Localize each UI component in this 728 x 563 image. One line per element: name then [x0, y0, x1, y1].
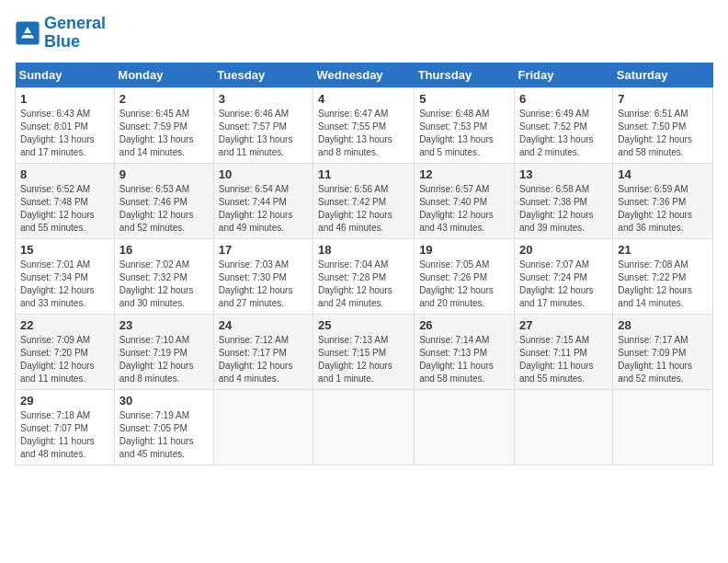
day-cell: 8Sunrise: 6:52 AMSunset: 7:48 PMDaylight… [16, 163, 115, 238]
day-cell [415, 389, 515, 465]
col-header-saturday: Saturday [613, 63, 713, 88]
day-info: Sunrise: 7:01 AMSunset: 7:34 PMDaylight:… [20, 259, 109, 310]
week-row-4: 22Sunrise: 7:09 AMSunset: 7:20 PMDayligh… [16, 314, 713, 389]
day-number: 24 [219, 318, 308, 332]
day-cell: 19Sunrise: 7:05 AMSunset: 7:26 PMDayligh… [415, 238, 515, 314]
day-cell [613, 389, 713, 465]
logo-text: General Blue [44, 15, 106, 52]
day-info: Sunrise: 7:05 AMSunset: 7:26 PMDaylight:… [419, 259, 509, 310]
day-number: 26 [419, 318, 509, 332]
day-info: Sunrise: 7:02 AMSunset: 7:32 PMDaylight:… [119, 259, 209, 310]
day-info: Sunrise: 7:07 AMSunset: 7:24 PMDaylight:… [519, 259, 608, 310]
day-cell: 10Sunrise: 6:54 AMSunset: 7:44 PMDayligh… [213, 163, 313, 238]
week-row-1: 1Sunrise: 6:43 AMSunset: 8:01 PMDaylight… [16, 87, 713, 163]
day-number: 11 [318, 167, 409, 181]
day-number: 7 [618, 92, 708, 106]
day-cell: 18Sunrise: 7:04 AMSunset: 7:28 PMDayligh… [313, 238, 415, 314]
day-info: Sunrise: 7:04 AMSunset: 7:28 PMDaylight:… [318, 259, 409, 310]
day-cell: 24Sunrise: 7:12 AMSunset: 7:17 PMDayligh… [213, 314, 313, 389]
logo-icon [15, 20, 40, 46]
page-header: General Blue [15, 15, 713, 52]
day-number: 14 [618, 167, 708, 181]
day-number: 13 [519, 167, 608, 181]
day-number: 12 [419, 167, 509, 181]
day-cell: 16Sunrise: 7:02 AMSunset: 7:32 PMDayligh… [114, 238, 213, 314]
day-number: 20 [519, 243, 608, 257]
day-info: Sunrise: 6:51 AMSunset: 7:50 PMDaylight:… [618, 108, 708, 159]
day-info: Sunrise: 7:19 AMSunset: 7:05 PMDaylight:… [119, 409, 209, 461]
day-number: 27 [519, 318, 608, 332]
day-info: Sunrise: 7:12 AMSunset: 7:17 PMDaylight:… [219, 334, 308, 385]
day-info: Sunrise: 7:17 AMSunset: 7:09 PMDaylight:… [618, 334, 708, 385]
day-cell: 13Sunrise: 6:58 AMSunset: 7:38 PMDayligh… [514, 163, 612, 238]
day-cell: 11Sunrise: 6:56 AMSunset: 7:42 PMDayligh… [313, 163, 415, 238]
day-info: Sunrise: 7:10 AMSunset: 7:19 PMDaylight:… [119, 334, 209, 385]
day-cell: 15Sunrise: 7:01 AMSunset: 7:34 PMDayligh… [16, 238, 115, 314]
day-info: Sunrise: 7:18 AMSunset: 7:07 PMDaylight:… [20, 409, 109, 461]
day-number: 2 [119, 92, 209, 106]
day-cell: 25Sunrise: 7:13 AMSunset: 7:15 PMDayligh… [313, 314, 415, 389]
col-header-wednesday: Wednesday [313, 63, 415, 88]
day-info: Sunrise: 6:48 AMSunset: 7:53 PMDaylight:… [419, 108, 509, 159]
day-cell: 20Sunrise: 7:07 AMSunset: 7:24 PMDayligh… [514, 238, 612, 314]
day-info: Sunrise: 6:43 AMSunset: 8:01 PMDaylight:… [20, 108, 109, 159]
day-number: 1 [20, 92, 109, 106]
logo: General Blue [15, 15, 106, 52]
week-row-3: 15Sunrise: 7:01 AMSunset: 7:34 PMDayligh… [16, 238, 713, 314]
day-number: 29 [20, 394, 109, 408]
svg-rect-2 [22, 33, 32, 35]
day-number: 17 [219, 243, 308, 257]
day-number: 16 [119, 243, 209, 257]
day-number: 15 [20, 243, 109, 257]
day-number: 22 [20, 318, 109, 332]
day-number: 10 [219, 167, 308, 181]
day-number: 28 [618, 318, 708, 332]
col-header-thursday: Thursday [415, 63, 515, 88]
day-info: Sunrise: 7:03 AMSunset: 7:30 PMDaylight:… [219, 259, 308, 310]
day-info: Sunrise: 6:49 AMSunset: 7:52 PMDaylight:… [519, 108, 608, 159]
day-info: Sunrise: 6:53 AMSunset: 7:46 PMDaylight:… [119, 183, 209, 235]
col-header-tuesday: Tuesday [213, 63, 313, 88]
day-cell: 17Sunrise: 7:03 AMSunset: 7:30 PMDayligh… [213, 238, 313, 314]
day-cell: 30Sunrise: 7:19 AMSunset: 7:05 PMDayligh… [114, 389, 213, 465]
day-info: Sunrise: 7:08 AMSunset: 7:22 PMDaylight:… [618, 259, 708, 310]
day-number: 9 [119, 167, 209, 181]
day-cell: 6Sunrise: 6:49 AMSunset: 7:52 PMDaylight… [514, 87, 612, 163]
day-number: 4 [318, 92, 409, 106]
day-number: 23 [119, 318, 209, 332]
day-info: Sunrise: 6:52 AMSunset: 7:48 PMDaylight:… [20, 183, 109, 235]
day-cell: 2Sunrise: 6:45 AMSunset: 7:59 PMDaylight… [114, 87, 213, 163]
day-info: Sunrise: 7:13 AMSunset: 7:15 PMDaylight:… [318, 334, 409, 385]
day-cell: 9Sunrise: 6:53 AMSunset: 7:46 PMDaylight… [114, 163, 213, 238]
day-cell: 3Sunrise: 6:46 AMSunset: 7:57 PMDaylight… [213, 87, 313, 163]
day-cell: 29Sunrise: 7:18 AMSunset: 7:07 PMDayligh… [16, 389, 115, 465]
day-cell: 1Sunrise: 6:43 AMSunset: 8:01 PMDaylight… [16, 87, 115, 163]
day-cell: 26Sunrise: 7:14 AMSunset: 7:13 PMDayligh… [415, 314, 515, 389]
calendar-table: SundayMondayTuesdayWednesdayThursdayFrid… [15, 63, 713, 465]
day-number: 30 [119, 394, 209, 408]
col-header-friday: Friday [514, 63, 612, 88]
day-info: Sunrise: 7:09 AMSunset: 7:20 PMDaylight:… [20, 334, 109, 385]
day-number: 5 [419, 92, 509, 106]
day-cell [313, 389, 415, 465]
day-cell: 21Sunrise: 7:08 AMSunset: 7:22 PMDayligh… [613, 238, 713, 314]
day-cell: 14Sunrise: 6:59 AMSunset: 7:36 PMDayligh… [613, 163, 713, 238]
day-info: Sunrise: 6:58 AMSunset: 7:38 PMDaylight:… [519, 183, 608, 235]
day-info: Sunrise: 7:14 AMSunset: 7:13 PMDaylight:… [419, 334, 509, 385]
week-row-2: 8Sunrise: 6:52 AMSunset: 7:48 PMDaylight… [16, 163, 713, 238]
day-cell: 4Sunrise: 6:47 AMSunset: 7:55 PMDaylight… [313, 87, 415, 163]
day-cell: 28Sunrise: 7:17 AMSunset: 7:09 PMDayligh… [613, 314, 713, 389]
day-cell [213, 389, 313, 465]
day-cell: 23Sunrise: 7:10 AMSunset: 7:19 PMDayligh… [114, 314, 213, 389]
day-cell: 5Sunrise: 6:48 AMSunset: 7:53 PMDaylight… [415, 87, 515, 163]
day-number: 6 [519, 92, 608, 106]
day-info: Sunrise: 6:59 AMSunset: 7:36 PMDaylight:… [618, 183, 708, 235]
day-info: Sunrise: 6:54 AMSunset: 7:44 PMDaylight:… [219, 183, 308, 235]
day-info: Sunrise: 7:15 AMSunset: 7:11 PMDaylight:… [519, 334, 608, 385]
day-number: 3 [219, 92, 308, 106]
day-info: Sunrise: 6:47 AMSunset: 7:55 PMDaylight:… [318, 108, 409, 159]
day-cell: 27Sunrise: 7:15 AMSunset: 7:11 PMDayligh… [514, 314, 612, 389]
day-info: Sunrise: 6:57 AMSunset: 7:40 PMDaylight:… [419, 183, 509, 235]
col-header-sunday: Sunday [16, 63, 115, 88]
day-info: Sunrise: 6:45 AMSunset: 7:59 PMDaylight:… [119, 108, 209, 159]
